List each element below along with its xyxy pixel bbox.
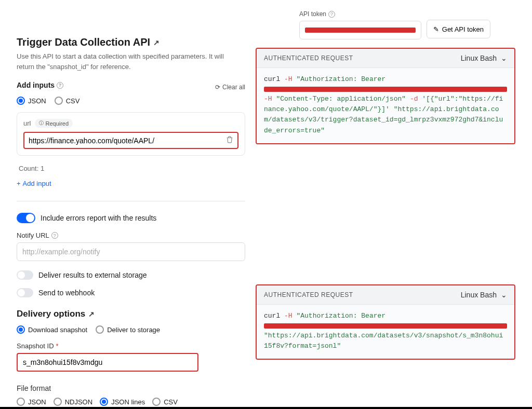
notify-url-label: Notify URL — [17, 231, 49, 239]
notify-url-input[interactable] — [17, 242, 245, 261]
chevron-down-icon: ⌄ — [501, 291, 507, 299]
radio-icon — [17, 97, 25, 105]
webhook-toggle[interactable] — [17, 288, 33, 297]
language-select[interactable]: Linux Bash ⌄ — [461, 54, 507, 62]
auth-request-label: AUTHENTICATED REQUEST — [264, 54, 353, 62]
page-title: Trigger Data Collection API ↗ — [17, 36, 245, 48]
radio-icon — [17, 325, 25, 334]
clear-all-button[interactable]: ⟳ Clear all — [215, 84, 245, 91]
page-bottom-border — [0, 407, 532, 409]
code-body[interactable]: curl -H "Authorization: Bearer -H "Conte… — [257, 68, 514, 143]
external-storage-label: Deliver results to external storage — [38, 271, 147, 279]
url-input-card: url ⓘ Required — [17, 112, 245, 156]
help-icon[interactable] — [57, 82, 63, 89]
external-link-icon[interactable]: ↗ — [88, 310, 95, 318]
count-value: 1 — [41, 165, 44, 172]
required-star: * — [56, 342, 59, 350]
webhook-label: Send to webhook — [38, 289, 95, 297]
radio-icon — [152, 398, 161, 406]
external-link-icon[interactable]: ↗ — [153, 38, 159, 47]
code-panel-snapshot: AUTHENTICATED REQUEST Linux Bash ⌄ curl … — [256, 284, 515, 360]
include-errors-toggle[interactable] — [17, 213, 35, 223]
plus-icon: + — [17, 180, 21, 187]
redacted-token — [264, 323, 507, 329]
delivery-options-title: Delivery options ↗ — [17, 309, 245, 319]
required-pill: ⓘ Required — [35, 119, 73, 128]
format-radio-csv[interactable]: CSV — [55, 97, 80, 105]
radio-icon — [100, 398, 108, 406]
radio-icon — [17, 398, 25, 406]
add-inputs-label: Add inputs — [17, 81, 55, 89]
fileformat-radio-json[interactable]: JSON — [17, 398, 46, 406]
auth-request-label: AUTHENTICATED REQUEST — [264, 291, 353, 298]
trash-icon[interactable] — [226, 136, 233, 145]
count-label: Count: — [19, 165, 38, 172]
fileformat-radio-jsonlines[interactable]: JSON lines — [100, 398, 145, 406]
page-subtitle: Use this API to start a data collection … — [17, 51, 235, 72]
divider — [17, 201, 245, 201]
snapshot-id-input[interactable] — [23, 358, 192, 366]
url-field-label: url — [23, 119, 31, 127]
include-errors-label: Include errors report with the results — [41, 214, 156, 222]
add-input-button[interactable]: + Add input — [17, 178, 245, 195]
url-input[interactable] — [29, 137, 226, 145]
help-icon[interactable] — [51, 232, 58, 239]
language-select[interactable]: Linux Bash ⌄ — [461, 291, 507, 299]
delivery-radio-download[interactable]: Download snapshot — [17, 325, 87, 334]
chevron-down-icon: ⌄ — [501, 54, 507, 62]
delivery-radio-storage[interactable]: Deliver to storage — [96, 325, 160, 334]
radio-icon — [96, 325, 104, 334]
file-format-label: File format — [17, 384, 51, 392]
external-storage-toggle[interactable] — [17, 270, 33, 280]
code-panel-trigger: AUTHENTICATED REQUEST Linux Bash ⌄ curl … — [256, 48, 515, 144]
code-body[interactable]: curl -H "Authorization: Bearer "https://… — [257, 305, 514, 359]
snapshot-id-label: Snapshot ID — [17, 342, 54, 350]
radio-icon — [54, 398, 62, 406]
fileformat-radio-ndjson[interactable]: NDJSON — [54, 398, 92, 406]
refresh-icon: ⟳ — [215, 84, 220, 91]
fileformat-radio-csv[interactable]: CSV — [152, 398, 178, 406]
redacted-token — [264, 87, 507, 92]
format-radio-json[interactable]: JSON — [17, 97, 46, 105]
radio-icon — [55, 97, 63, 105]
